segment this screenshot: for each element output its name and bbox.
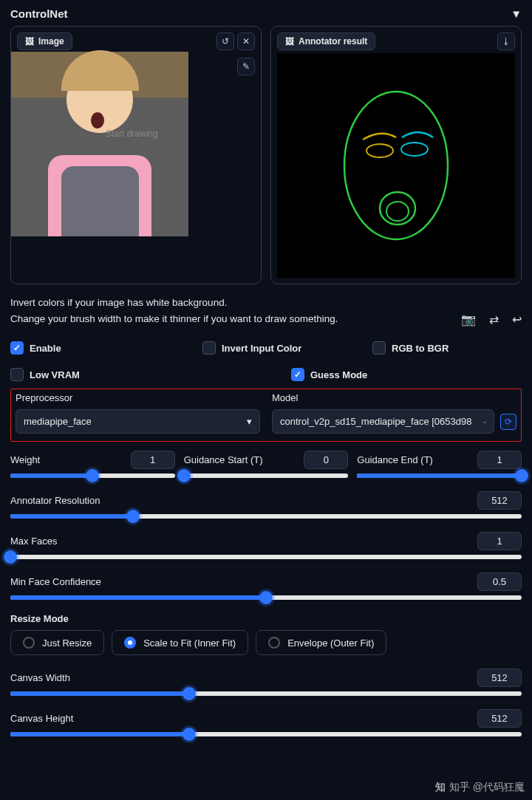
pencil-icon[interactable]: ✎ [237, 58, 255, 75]
gstart-slider[interactable] [184, 473, 349, 478]
svg-point-1 [366, 144, 393, 157]
model-label: Model [272, 392, 516, 403]
highlighted-section: Preprocessor mediapipe_face ▾ Model cont… [10, 389, 522, 442]
maxfaces-slider[interactable] [10, 555, 522, 559]
close-icon[interactable]: ✕ [237, 33, 255, 50]
cwidth-slider[interactable] [10, 691, 522, 696]
draw-hint-text: Start drawing [106, 129, 158, 139]
annotator-canvas [277, 53, 515, 278]
download-icon[interactable]: ⭳ [497, 33, 515, 50]
image-tab-label: Image [38, 36, 64, 47]
annres-label: Annotator Resolution [10, 495, 100, 506]
lowvram-checkbox[interactable] [10, 368, 24, 381]
weight-value[interactable]: 1 [131, 451, 175, 469]
image-icon: 🖼 [25, 36, 34, 47]
gstart-value[interactable]: 0 [304, 451, 348, 469]
preprocessor-label: Preprocessor [16, 392, 260, 403]
undo-icon[interactable]: ↺ [216, 33, 234, 50]
weight-label: Weight [10, 454, 40, 465]
cwidth-value[interactable]: 512 [477, 669, 522, 687]
annotator-tab-label: Annotator result [299, 36, 367, 47]
resize-scale-radio[interactable]: Scale to Fit (Inner Fit) [112, 630, 248, 655]
collapse-icon[interactable]: ▼ [511, 7, 522, 20]
minface-label: Min Face Confidence [10, 576, 101, 587]
gend-value[interactable]: 1 [477, 451, 522, 469]
cheight-label: Canvas Height [10, 713, 73, 724]
cwidth-label: Canvas Width [10, 672, 70, 683]
enable-checkbox[interactable] [10, 341, 24, 355]
resize-mode-label: Resize Mode [10, 613, 522, 624]
guess-checkbox[interactable] [291, 368, 304, 381]
cheight-slider[interactable] [10, 732, 522, 736]
return-icon[interactable]: ↩ [512, 312, 522, 327]
invert-label: Invert Input Color [222, 343, 301, 354]
annotator-panel: 🖼 Annotator result ⭳ [270, 26, 522, 284]
gend-label: Guidance End (T) [357, 454, 433, 465]
chevron-down-icon: ▾ [247, 416, 252, 427]
gstart-label: Guidance Start (T) [184, 454, 263, 465]
image-tab[interactable]: 🖼 Image [17, 33, 72, 50]
refresh-model-button[interactable]: ⟳ [500, 414, 516, 430]
hint-text: Invert colors if your image has white ba… [10, 295, 452, 327]
svg-point-3 [380, 192, 415, 225]
annotator-tab: 🖼 Annotator result [277, 33, 375, 50]
annres-value[interactable]: 512 [477, 491, 522, 510]
resize-just-radio[interactable]: Just Resize [10, 630, 104, 655]
panel-title: ControlNet [10, 7, 68, 20]
minface-slider[interactable] [10, 595, 522, 600]
preprocessor-select[interactable]: mediapipe_face ▾ [16, 409, 260, 434]
source-image-panel[interactable]: 🖼 Image ↺ ✕ ✎ Start drawing [10, 26, 262, 284]
image-icon: 🖼 [285, 36, 294, 47]
camera-icon[interactable]: 📷 [461, 312, 476, 327]
guess-label: Guess Mode [310, 369, 367, 380]
svg-point-4 [386, 202, 409, 221]
rgb2bgr-label: RGB to BGR [392, 343, 449, 354]
svg-point-2 [401, 143, 428, 156]
lowvram-label: Low VRAM [30, 369, 80, 380]
model-select[interactable]: control_v2p_sd15_mediapipe_face [0653d98… [272, 409, 494, 434]
source-photo [11, 52, 188, 236]
rgb2bgr-checkbox[interactable] [372, 341, 386, 355]
maxfaces-value[interactable]: 1 [477, 532, 522, 550]
weight-slider[interactable] [10, 473, 175, 478]
annres-slider[interactable] [10, 514, 522, 519]
chevron-down-icon: · [483, 416, 486, 427]
swap-icon[interactable]: ⇄ [489, 312, 499, 327]
invert-checkbox[interactable] [202, 341, 216, 355]
maxfaces-label: Max Faces [10, 536, 58, 547]
enable-label: Enable [30, 343, 61, 354]
gend-slider[interactable] [357, 473, 522, 478]
resize-envelope-radio[interactable]: Envelope (Outer Fit) [256, 630, 386, 655]
cheight-value[interactable]: 512 [477, 709, 522, 728]
minface-value[interactable]: 0.5 [477, 572, 522, 591]
svg-point-0 [344, 92, 448, 239]
